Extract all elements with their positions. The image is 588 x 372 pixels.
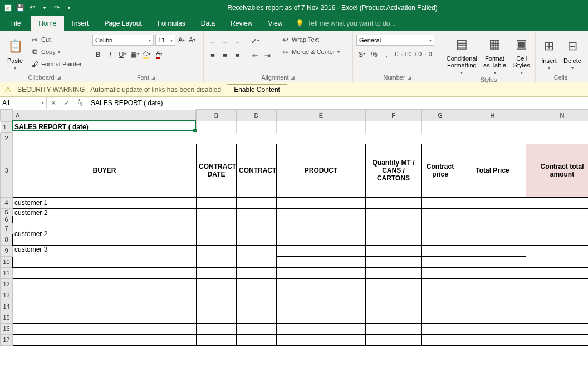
cell[interactable] xyxy=(366,312,422,323)
cell[interactable] xyxy=(13,278,197,290)
tab-home[interactable]: Home xyxy=(31,16,64,31)
row-header[interactable]: 10 xyxy=(1,256,13,267)
cell[interactable] xyxy=(197,121,237,133)
cell[interactable] xyxy=(526,267,589,278)
cell[interactable] xyxy=(366,208,422,223)
cell[interactable] xyxy=(197,245,237,267)
redo-icon[interactable]: ↷ xyxy=(52,3,61,12)
cell[interactable] xyxy=(277,323,366,334)
cell[interactable] xyxy=(459,301,526,312)
cell[interactable] xyxy=(13,323,197,334)
cell[interactable] xyxy=(459,267,526,278)
header-buyer[interactable]: BUYER xyxy=(13,144,197,197)
font-size-select[interactable]: 11▾ xyxy=(155,35,175,46)
cell[interactable] xyxy=(422,245,459,256)
cell[interactable] xyxy=(459,256,526,267)
header-total-price[interactable]: Total Price xyxy=(459,144,526,197)
cell[interactable] xyxy=(459,234,526,245)
cell[interactable] xyxy=(366,256,422,267)
cell[interactable] xyxy=(526,121,589,133)
cell[interactable] xyxy=(197,312,237,323)
row-header[interactable]: 8 xyxy=(1,234,13,245)
comma-button[interactable]: , xyxy=(381,48,392,60)
cell[interactable] xyxy=(459,334,526,345)
header-quantity[interactable]: Quantity MT / CANS / CARTONS xyxy=(366,144,422,197)
cell[interactable] xyxy=(526,245,589,267)
tab-page-layout[interactable]: Page Layout xyxy=(96,16,149,31)
cell[interactable] xyxy=(13,290,197,301)
align-left-button[interactable]: ≡ xyxy=(207,49,218,61)
font-color-button[interactable]: A▾ xyxy=(154,48,165,60)
cell[interactable] xyxy=(197,267,237,278)
row-header[interactable]: 14 xyxy=(1,301,13,312)
format-painter-button[interactable]: 🖌Format Painter xyxy=(30,58,82,70)
row-header[interactable]: 6 xyxy=(1,216,13,223)
cell[interactable] xyxy=(459,323,526,334)
cell-A5[interactable]: customer 2 xyxy=(13,208,197,223)
cell[interactable] xyxy=(422,301,459,312)
accounting-format-button[interactable]: $▾ xyxy=(356,48,367,60)
col-header-E[interactable]: E xyxy=(277,110,366,121)
merge-center-button[interactable]: ⇿Merge & Center ▾ xyxy=(281,46,340,57)
cell[interactable] xyxy=(277,278,366,290)
cell[interactable] xyxy=(13,267,197,278)
cell-A7[interactable]: customer 2 xyxy=(13,223,197,245)
cell[interactable] xyxy=(277,121,366,133)
cancel-formula-button[interactable]: ✕ xyxy=(47,99,60,107)
cell[interactable] xyxy=(526,208,589,223)
cell[interactable] xyxy=(277,223,366,234)
cell[interactable] xyxy=(422,312,459,323)
wrap-text-button[interactable]: ↩Wrap Text xyxy=(281,34,340,45)
tab-review[interactable]: Review xyxy=(223,16,260,31)
tab-insert[interactable]: Insert xyxy=(64,16,96,31)
header-contract[interactable]: CONTRACT xyxy=(237,144,277,197)
cell[interactable] xyxy=(366,234,422,245)
header-product[interactable]: PRODUCT xyxy=(277,144,366,197)
name-box[interactable]: A1▾ xyxy=(0,97,47,109)
tab-file[interactable]: File xyxy=(0,16,31,31)
cell[interactable] xyxy=(366,323,422,334)
cell[interactable] xyxy=(13,301,197,312)
cell[interactable] xyxy=(422,197,459,208)
number-launcher-icon[interactable]: ◢ xyxy=(408,75,411,80)
cell[interactable] xyxy=(422,234,459,245)
cell[interactable] xyxy=(237,223,277,245)
cell[interactable] xyxy=(237,323,277,334)
tell-me[interactable]: 💡Tell me what you want to do... xyxy=(290,16,588,31)
paste-button[interactable]: 📋 Paste▾ xyxy=(3,33,27,74)
row-header[interactable]: 13 xyxy=(1,290,13,301)
cut-button[interactable]: ✂Cut xyxy=(30,34,82,45)
row-header[interactable]: 7 xyxy=(1,223,13,234)
row-header[interactable]: 12 xyxy=(1,278,13,290)
row-header[interactable]: 3 xyxy=(1,144,13,197)
cell[interactable] xyxy=(277,234,366,245)
cell[interactable] xyxy=(277,334,366,345)
decrease-font-button[interactable]: A▾ xyxy=(188,35,197,45)
conditional-formatting-button[interactable]: ▤Conditional Formatting ▾ xyxy=(445,33,478,76)
cell-styles-button[interactable]: ▣Cell Styles ▾ xyxy=(511,33,532,76)
undo-more-icon[interactable]: ▾ xyxy=(40,3,49,12)
cell[interactable] xyxy=(422,334,459,345)
underline-button[interactable]: U▾ xyxy=(117,48,128,60)
cell[interactable] xyxy=(366,301,422,312)
cell[interactable] xyxy=(459,312,526,323)
bold-button[interactable]: B xyxy=(92,48,104,60)
cell[interactable] xyxy=(237,121,277,133)
cell[interactable] xyxy=(366,121,422,133)
cell[interactable] xyxy=(526,278,589,290)
align-top-button[interactable]: ≡ xyxy=(207,35,218,47)
align-middle-button[interactable]: ≡ xyxy=(219,35,231,47)
row-header[interactable]: 16 xyxy=(1,323,13,334)
tab-view[interactable]: View xyxy=(261,16,291,31)
cell[interactable] xyxy=(422,323,459,334)
cell[interactable] xyxy=(459,245,526,256)
row-header[interactable]: 9 xyxy=(1,245,13,256)
cell[interactable] xyxy=(459,278,526,290)
cell[interactable] xyxy=(197,223,237,245)
cell[interactable] xyxy=(422,267,459,278)
cell[interactable] xyxy=(237,208,277,223)
header-contract-total[interactable]: Contract total amount xyxy=(526,144,589,197)
cell[interactable] xyxy=(277,290,366,301)
font-launcher-icon[interactable]: ◢ xyxy=(151,75,155,80)
tab-data[interactable]: Data xyxy=(193,16,223,31)
